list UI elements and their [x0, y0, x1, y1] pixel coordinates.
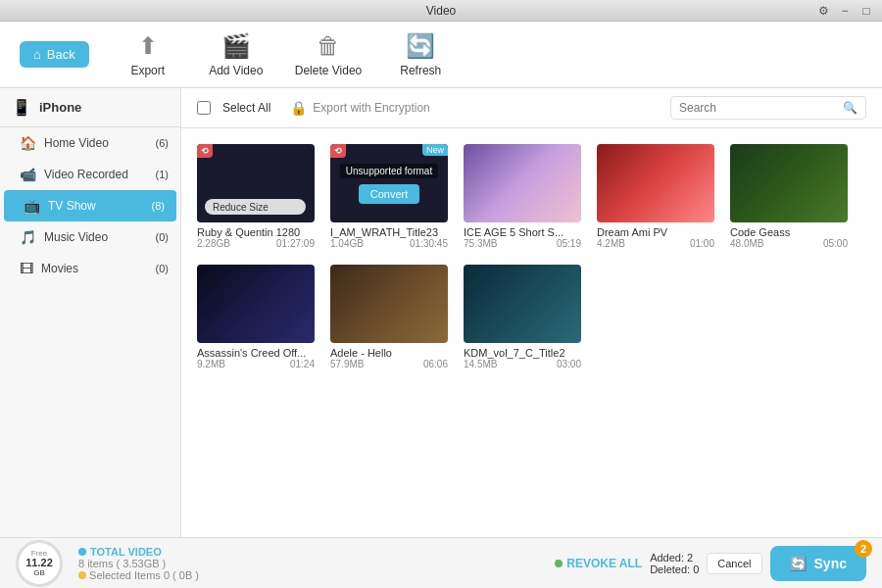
reduce-size-label: Reduce Size [213, 202, 269, 213]
video-recorded-icon: 📹 [20, 167, 36, 182]
video-info: Ruby & Quentin 1280 2.28GB 01:27:09 [197, 226, 315, 249]
sync-button[interactable]: 🔄 Sync 2 [770, 546, 866, 581]
video-info: I_AM_WRATH_Title23 1.04GB 01:30:45 [330, 226, 448, 249]
total-video-info: TOTAL VIDEO 8 items ( 3.53GB ) Selected … [78, 546, 199, 581]
window-controls: ⚙ − □ [815, 3, 874, 19]
unsupported-text: Unsupported format [340, 164, 438, 178]
refresh-icon: 🔄 [406, 32, 435, 60]
convert-button[interactable]: Convert [359, 184, 420, 204]
video-thumbnail [730, 144, 848, 222]
video-item-video-3[interactable]: ICE AGE 5 Short S... 75.3MB 05:19 [464, 144, 581, 249]
refresh-button[interactable]: 🔄 Refresh [391, 32, 450, 77]
search-icon: 🔍 [843, 101, 858, 115]
video-info: KDM_vol_7_C_Title2 14.5MB 03:00 [464, 347, 581, 369]
sidebar-item-music-video[interactable]: 🎵 Music Video (0) [0, 221, 180, 253]
export-encryption-button[interactable]: 🔒 Export with Encryption [290, 100, 429, 116]
minimize-button[interactable]: − [837, 3, 853, 19]
sync-icon: 🔄 [790, 556, 807, 571]
status-bar: Free 11.22 GB TOTAL VIDEO 8 items ( 3.53… [0, 537, 882, 588]
reduce-toggle[interactable] [274, 201, 298, 213]
cancel-button[interactable]: Cancel [707, 553, 761, 574]
reduce-size-overlay: Reduce Size [205, 199, 306, 215]
video-info: Assassin's Creed Off... 9.2MB 01:24 [197, 347, 315, 369]
sidebar-header: 📱 iPhone [0, 88, 180, 127]
select-all-label[interactable]: Select All [222, 101, 270, 115]
green-dot-icon [555, 560, 563, 567]
video-size: 4.2MB [597, 238, 625, 249]
sidebar: 📱 iPhone 🏠 Home Video (6) 📹 Video Record… [0, 88, 181, 537]
video-item-video-6[interactable]: Assassin's Creed Off... 9.2MB 01:24 [197, 265, 315, 369]
video-duration: 01:00 [690, 238, 714, 249]
sidebar-item-home-video[interactable]: 🏠 Home Video (6) [0, 127, 180, 159]
search-input[interactable] [679, 101, 837, 115]
video-item-video-8[interactable]: KDM_vol_7_C_Title2 14.5MB 03:00 [464, 265, 581, 369]
sidebar-item-movies[interactable]: 🎞 Movies (0) [0, 253, 180, 284]
export-icon: ⬆ [138, 32, 158, 60]
tv-show-icon: 📺 [24, 198, 40, 214]
video-duration: 01:24 [290, 359, 315, 369]
video-size: 14.5MB [464, 359, 497, 369]
video-thumbnail [330, 265, 448, 343]
video-thumbnail: ⟲New Unsupported format Convert [330, 144, 448, 222]
back-icon: ⌂ [33, 47, 41, 62]
back-button[interactable]: ⌂ Back [20, 41, 89, 68]
settings-icon[interactable]: ⚙ [815, 3, 831, 19]
video-item-video-1[interactable]: ⟲ Reduce Size Ruby & Quentin 1280 2.28GB… [197, 144, 315, 249]
video-duration: 03:00 [557, 359, 581, 369]
delete-video-button[interactable]: 🗑 Delete Video [295, 32, 363, 77]
video-duration: 05:19 [557, 238, 581, 249]
video-size: 48.0MB [730, 238, 763, 249]
export-button[interactable]: ⬆ Export [119, 32, 177, 77]
disk-usage-circle: Free 11.22 GB [16, 540, 63, 587]
video-name: Code Geass [730, 226, 848, 238]
video-item-video-5[interactable]: Code Geass 48.0MB 05:00 [730, 144, 848, 249]
yellow-dot-icon [78, 571, 86, 579]
content-toolbar: Select All 🔒 Export with Encryption 🔍 [181, 88, 882, 128]
video-thumbnail [597, 144, 714, 222]
video-size: 2.28GB [197, 238, 230, 249]
video-name: Assassin's Creed Off... [197, 347, 315, 359]
video-item-video-7[interactable]: Adele - Hello 57.9MB 06:06 [330, 265, 448, 369]
video-meta: 48.0MB 05:00 [730, 238, 848, 249]
video-thumbnail [464, 265, 581, 343]
sync-badge: 2 [855, 540, 872, 558]
select-all-checkbox[interactable] [197, 101, 211, 115]
video-duration: 01:27:09 [276, 238, 315, 249]
video-info: Adele - Hello 57.9MB 06:06 [330, 347, 448, 369]
sidebar-item-tv-show[interactable]: 📺 TV Show (8) [4, 190, 176, 221]
video-name: KDM_vol_7_C_Title2 [464, 347, 581, 359]
add-video-icon: 🎬 [221, 32, 251, 60]
video-name: I_AM_WRATH_Title23 [330, 226, 448, 238]
video-name: Adele - Hello [330, 347, 448, 359]
video-item-video-4[interactable]: Dream Ami PV 4.2MB 01:00 [597, 144, 714, 249]
video-size: 1.04GB [330, 238, 364, 249]
video-meta: 9.2MB 01:24 [197, 359, 315, 369]
unsupported-overlay: Unsupported format Convert [330, 144, 448, 222]
music-video-icon: 🎵 [20, 229, 36, 245]
video-meta: 2.28GB 01:27:09 [197, 238, 315, 249]
video-name: Ruby & Quentin 1280 [197, 226, 315, 238]
video-info: ICE AGE 5 Short S... 75.3MB 05:19 [464, 226, 581, 249]
video-size: 75.3MB [464, 238, 497, 249]
video-duration: 01:30:45 [410, 238, 448, 249]
video-grid: ⟲ Reduce Size Ruby & Quentin 1280 2.28GB… [181, 128, 882, 537]
movies-icon: 🎞 [20, 261, 33, 276]
video-item-video-2[interactable]: ⟲New Unsupported format Convert I_AM_WRA… [330, 144, 448, 249]
phone-icon: 📱 [12, 98, 31, 117]
home-video-icon: 🏠 [20, 135, 36, 151]
search-box[interactable]: 🔍 [670, 96, 866, 120]
video-meta: 1.04GB 01:30:45 [330, 238, 448, 249]
maximize-button[interactable]: □ [858, 3, 874, 19]
video-thumbnail [197, 265, 315, 343]
window-title: Video [426, 4, 456, 18]
content-area: Select All 🔒 Export with Encryption 🔍 ⟲ … [181, 88, 882, 537]
sidebar-item-video-recorded[interactable]: 📹 Video Recorded (1) [0, 159, 180, 190]
video-name: ICE AGE 5 Short S... [464, 226, 581, 238]
main-content: 📱 iPhone 🏠 Home Video (6) 📹 Video Record… [0, 88, 882, 537]
video-name: Dream Ami PV [597, 226, 714, 238]
revoke-all-button[interactable]: REVOKE ALL [555, 557, 642, 570]
video-meta: 57.9MB 06:06 [330, 359, 448, 369]
add-video-button[interactable]: 🎬 Add Video [207, 32, 266, 77]
revoke-section: REVOKE ALL Added: 2 Deleted: 0 Cancel 🔄 … [555, 546, 866, 581]
lock-icon: 🔒 [290, 100, 307, 116]
